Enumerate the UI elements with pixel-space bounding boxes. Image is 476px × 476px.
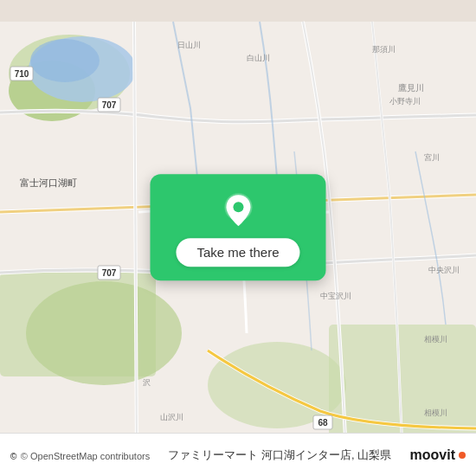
svg-text:707: 707 — [102, 268, 117, 278]
svg-text:中央沢川: 中央沢川 — [428, 266, 460, 274]
attribution-text: © © OpenStreetMap contributors — [10, 447, 150, 463]
osm-attribution: © OpenStreetMap contributors — [21, 451, 150, 461]
moovit-text: moovit — [410, 447, 455, 463]
popup-card: Take me there — [150, 174, 325, 280]
moovit-logo: moovit — [410, 447, 466, 463]
place-info: ファミリーマート 河口湖インター店, 山梨県 — [150, 447, 409, 463]
svg-text:山沢川: 山沢川 — [160, 413, 183, 421]
svg-point-37 — [233, 202, 243, 212]
svg-text:710: 710 — [15, 69, 29, 79]
svg-point-8 — [30, 39, 100, 82]
svg-text:小野寺川: 小野寺川 — [389, 97, 421, 106]
place-name: ファミリーマート 河口湖インター店, 山梨県 — [168, 447, 391, 463]
moovit-dot — [459, 452, 466, 459]
svg-text:707: 707 — [102, 100, 117, 110]
svg-text:鷹見川: 鷹見川 — [398, 83, 424, 93]
svg-text:富士河口湖町: 富士河口湖町 — [20, 177, 77, 188]
svg-text:相模川: 相模川 — [424, 335, 447, 344]
svg-text:沢: 沢 — [143, 378, 151, 387]
svg-text:相模川: 相模川 — [424, 408, 447, 417]
svg-point-4 — [26, 281, 182, 385]
location-pin-icon — [219, 191, 257, 229]
map-container: 富士河口湖町 鷹見川 宮川 中央沢川 相模川 日山川 白山川 勝坂田川 中央沢 … — [0, 0, 476, 476]
svg-text:中宝沢川: 中宝沢川 — [320, 292, 351, 300]
take-me-there-button[interactable]: Take me there — [176, 238, 299, 267]
bottom-bar: © © OpenStreetMap contributors ファミリーマート … — [0, 433, 476, 476]
svg-text:那須川: 那須川 — [372, 45, 396, 54]
svg-text:白山川: 白山川 — [247, 54, 270, 62]
svg-text:宮川: 宮川 — [424, 153, 440, 162]
svg-text:日山川: 日山川 — [177, 41, 201, 49]
svg-text:68: 68 — [318, 418, 328, 428]
